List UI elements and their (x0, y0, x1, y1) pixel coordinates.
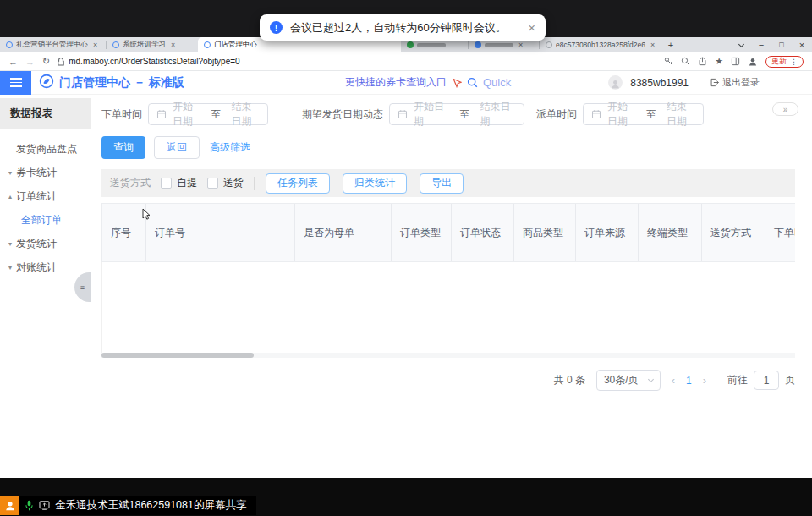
advanced-filter-link[interactable]: 高级筛选 (210, 140, 250, 155)
current-page[interactable]: 1 (686, 375, 692, 387)
tab-close-icon[interactable] (518, 41, 523, 49)
toast-message: 会议已超过2人，自动转为60分钟限时会议。 (290, 20, 520, 36)
col-order-time[interactable]: 下单时间 (765, 204, 795, 261)
address-bar[interactable]: md.maboy.cn/OrderStatisticsDetail?objtyp… (58, 57, 656, 66)
quick-search-icon[interactable] (467, 77, 478, 88)
scrollbar-thumb[interactable] (102, 353, 254, 358)
new-tab-button[interactable] (663, 37, 678, 52)
window-minimize-button[interactable] (751, 37, 771, 52)
screen-share-icon (39, 501, 50, 510)
microphone-icon[interactable] (25, 500, 34, 511)
horizontal-scrollbar[interactable] (102, 353, 795, 358)
filter-dispatch-time: 派单时间 开始日期 至 结束日期 (536, 103, 704, 125)
window-maximize-button[interactable] (771, 37, 792, 52)
pagination: 共 0 条 30条/页 1 前往 页 (102, 370, 795, 391)
screen-share-bar: 金禾通技术王斌18662591081的屏幕共享 (0, 496, 256, 515)
bookmark-star-icon[interactable]: ★ (715, 56, 723, 67)
app-logo-icon (39, 74, 54, 92)
quick-label[interactable]: Quick (483, 76, 511, 89)
action-row: 查询 返回 高级筛选 (102, 136, 795, 159)
zoom-icon[interactable] (681, 57, 690, 66)
sidebar-item-coupon-stats[interactable]: ▾ 券卡统计 (0, 161, 91, 184)
col-delivery-mode[interactable]: 送货方式 (702, 204, 765, 261)
col-order-status[interactable]: 订单状态 (452, 204, 514, 261)
window-close-button[interactable] (792, 37, 812, 52)
end-date-placeholder: 结束日期 (667, 100, 695, 129)
tab-close-icon[interactable] (650, 41, 655, 49)
browser-tab-2[interactable]: 系统培训学习 (107, 37, 198, 52)
chevron-down-icon (648, 376, 654, 382)
toast-close-icon[interactable] (528, 20, 535, 35)
browser-menu-icon[interactable] (790, 58, 798, 66)
window-menu-chevron-icon[interactable] (731, 37, 751, 52)
tab-close-icon[interactable] (93, 41, 97, 49)
hamburger-menu-button[interactable] (0, 71, 31, 95)
goto-label: 前往 (727, 373, 748, 387)
filter-label: 下单时间 (102, 107, 142, 122)
globe-favicon-icon (546, 41, 552, 48)
sidebar-item-delivery-stats[interactable]: ▾ 发货统计 (0, 232, 91, 255)
tab-panel-icon[interactable] (731, 57, 740, 66)
site-favicon-icon (6, 41, 13, 48)
checkbox-self-pickup[interactable]: 自提 (161, 176, 197, 190)
col-product-type[interactable]: 商品类型 (514, 204, 576, 261)
expected-ship-range-input[interactable]: 开始日期 至 结束日期 (389, 103, 524, 125)
browser-tab-1[interactable]: 礼盒营销平台管理中心 (0, 37, 107, 52)
dispatch-time-range-input[interactable]: 开始日期 至 结束日期 (583, 103, 704, 125)
header-quick-area: 更快捷的券卡查询入口 Quick (345, 75, 511, 90)
sidebar-item-order-stats[interactable]: ▴ 订单统计 (0, 184, 91, 208)
toolbar-divider (254, 177, 255, 190)
quick-entry-link[interactable]: 更快捷的券卡查询入口 (345, 75, 447, 90)
col-order-source[interactable]: 订单来源 (576, 204, 639, 261)
calendar-icon (398, 109, 408, 119)
filter-label: 期望发货日期动态 (302, 107, 383, 122)
end-date-placeholder: 结束日期 (232, 100, 261, 129)
prev-page-button[interactable] (672, 374, 675, 387)
participant-icon[interactable] (0, 496, 19, 515)
forward-icon[interactable] (25, 57, 35, 67)
user-avatar (608, 75, 623, 90)
tab-title: 系统培训学习 (123, 40, 166, 50)
col-terminal-type[interactable]: 终端类型 (639, 204, 702, 261)
checkbox-icon[interactable] (207, 178, 218, 189)
col-order-type[interactable]: 订单类型 (392, 204, 452, 261)
export-button[interactable]: 导出 (420, 173, 464, 194)
checkbox-icon[interactable] (161, 178, 172, 189)
order-time-range-input[interactable]: 开始日期 至 结束日期 (148, 103, 268, 125)
calendar-icon (156, 109, 167, 119)
page-size-select[interactable]: 30条/页 (596, 370, 661, 391)
browser-update-chip[interactable]: 更新 (765, 56, 804, 68)
checkbox-delivery[interactable]: 送货 (207, 176, 244, 190)
range-separator: 至 (646, 107, 656, 122)
sidebar-item-shipment-inventory[interactable]: 发货商品盘点 (0, 137, 91, 161)
tab-close-icon[interactable] (171, 41, 175, 49)
site-favicon-icon (204, 41, 211, 48)
main-content: 下单时间 开始日期 至 结束日期 期望发货日期动态 (91, 95, 812, 478)
task-list-button[interactable]: 任务列表 (266, 173, 330, 194)
next-page-button[interactable] (703, 374, 706, 387)
sidebar-item-reconciliation-stats[interactable]: ▾ 对账统计 (0, 255, 91, 279)
browser-tab-6[interactable]: e8c573080b1328a258fd2e6 (540, 37, 663, 52)
back-button[interactable]: 返回 (154, 136, 200, 159)
query-button[interactable]: 查询 (102, 136, 145, 159)
goto-page-input[interactable] (754, 371, 779, 390)
info-icon: ! (270, 21, 283, 34)
reload-icon[interactable] (42, 56, 50, 67)
profile-icon[interactable] (748, 57, 758, 67)
screen-share-text: 金禾通技术王斌18662591081的屏幕共享 (55, 498, 246, 513)
screen: ! 会议已超过2人，自动转为60分钟限时会议。 礼盒营销平台管理中心 系统培训学… (0, 0, 812, 516)
tabbar-spacer (678, 37, 731, 52)
key-icon[interactable] (664, 57, 673, 66)
logout-button[interactable]: 退出登录 (710, 76, 760, 89)
obscured-tab-title (417, 43, 446, 47)
category-stats-button[interactable]: 归类统计 (343, 173, 407, 194)
expand-panel-button[interactable] (772, 102, 798, 116)
back-icon[interactable] (8, 57, 18, 67)
table-body-empty (102, 262, 795, 353)
sidebar-item-all-orders[interactable]: 全部订单 (0, 208, 91, 232)
col-seq[interactable]: 序号 (102, 204, 146, 261)
col-order-no[interactable]: 订单号 (146, 204, 295, 261)
share-icon[interactable] (698, 57, 707, 66)
caret-down-icon: ▾ (8, 264, 16, 272)
col-parent-order[interactable]: 是否为母单 (295, 204, 392, 261)
